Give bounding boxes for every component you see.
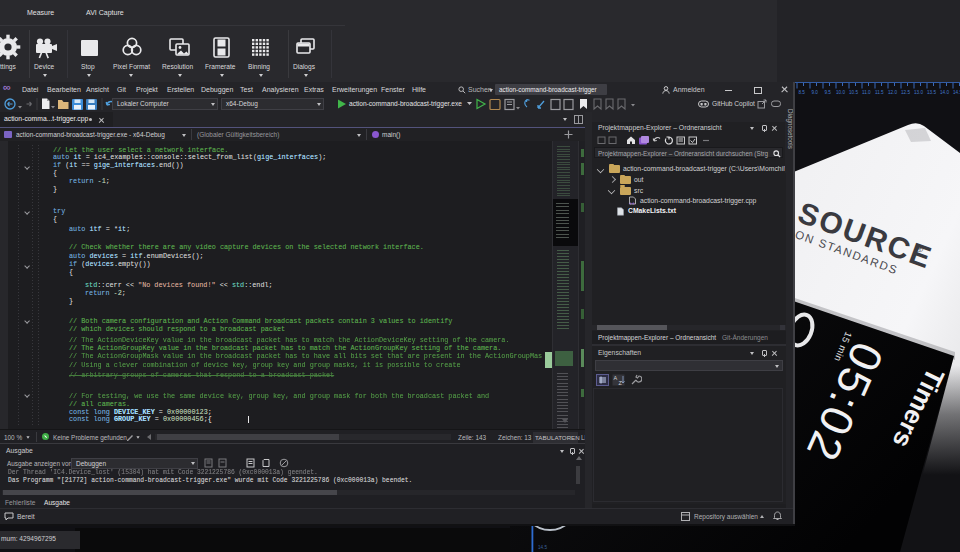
svg-text:A: A — [614, 375, 618, 381]
svg-text:8.5: 8.5 — [799, 90, 806, 95]
svg-text:12.5: 12.5 — [901, 90, 910, 95]
svg-text:10.0: 10.0 — [836, 90, 845, 95]
svg-text:13.5: 13.5 — [927, 90, 936, 95]
svg-text:14.5: 14.5 — [538, 545, 547, 550]
svg-text:14.5: 14.5 — [953, 90, 960, 95]
svg-text:10.5: 10.5 — [849, 90, 858, 95]
svg-text:9.5: 9.5 — [825, 90, 832, 95]
svg-text:12.0: 12.0 — [888, 90, 897, 95]
svg-text:14.0: 14.0 — [940, 90, 949, 95]
svg-text:11.0: 11.0 — [862, 90, 871, 95]
svg-text:++: ++ — [629, 200, 635, 206]
svg-text:11.5: 11.5 — [875, 90, 884, 95]
svg-text:13.0: 13.0 — [914, 90, 923, 95]
svg-text:9.0: 9.0 — [812, 90, 819, 95]
